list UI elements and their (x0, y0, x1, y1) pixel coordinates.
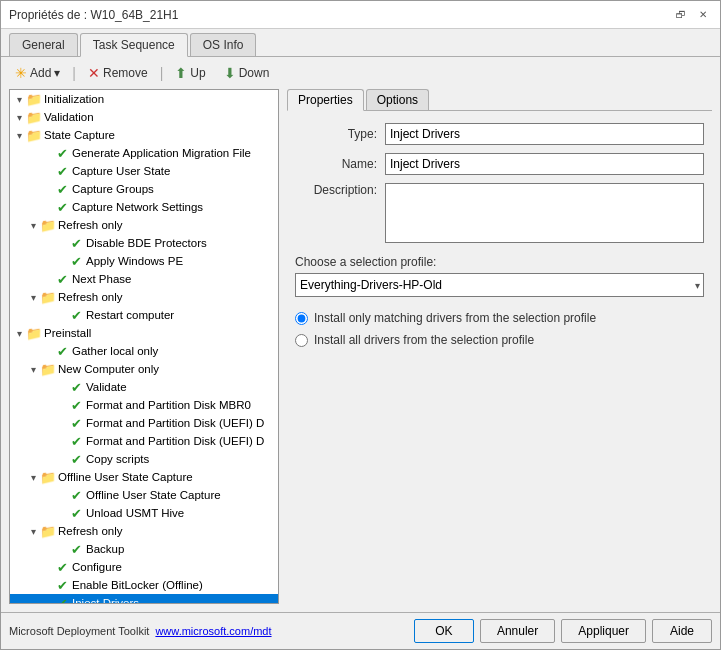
help-button[interactable]: Aide (652, 619, 712, 643)
check-icon-configure: ✔ (54, 559, 70, 575)
tree-label-configure: Configure (72, 561, 122, 573)
tree-expand-refresh-only-1[interactable]: ▾ (26, 220, 40, 231)
tree-label-state-capture: State Capture (44, 129, 115, 141)
radio-matching-drivers[interactable] (295, 312, 308, 325)
tree-item-configure[interactable]: ✔Configure (10, 558, 278, 576)
add-dropdown-icon: ▾ (54, 66, 60, 80)
tree-label-unload-usmt: Unload USMT Hive (86, 507, 184, 519)
tab-properties[interactable]: Properties (287, 89, 364, 111)
tree-item-gen-app[interactable]: ✔Generate Application Migration File (10, 144, 278, 162)
tree-item-format-uefi-1[interactable]: ✔Format and Partition Disk (UEFI) D (10, 414, 278, 432)
separator-2: | (160, 65, 164, 81)
tree-expand-refresh-only-3[interactable]: ▾ (26, 526, 40, 537)
tree-item-state-capture[interactable]: ▾📁State Capture (10, 126, 278, 144)
tree-item-unload-usmt[interactable]: ✔Unload USMT Hive (10, 504, 278, 522)
tree-item-disable-bde[interactable]: ✔Disable BDE Protectors (10, 234, 278, 252)
mdt-link[interactable]: www.microsoft.com/mdt (155, 625, 271, 637)
tree-expand-offline-usc[interactable]: ▾ (26, 472, 40, 483)
check-icon-capture-groups: ✔ (54, 181, 70, 197)
tab-task-sequence[interactable]: Task Sequence (80, 33, 188, 57)
tree-item-preinstall[interactable]: ▾📁Preinstall (10, 324, 278, 342)
tree-item-capture-network[interactable]: ✔Capture Network Settings (10, 198, 278, 216)
up-icon: ⬆ (175, 65, 187, 81)
down-button[interactable]: ⬇ Down (218, 63, 276, 83)
radio-all-drivers[interactable] (295, 334, 308, 347)
tree-label-copy-scripts: Copy scripts (86, 453, 149, 465)
tree-container: ▾📁Initialization▾📁Validation▾📁State Capt… (10, 90, 278, 604)
folder-icon-new-computer: 📁 (40, 361, 56, 377)
tree-item-format-mbr[interactable]: ✔Format and Partition Disk MBR0 (10, 396, 278, 414)
down-label: Down (239, 66, 270, 80)
tree-item-refresh-only-1[interactable]: ▾📁Refresh only (10, 216, 278, 234)
tree-label-initialization: Initialization (44, 93, 104, 105)
tree-item-new-computer[interactable]: ▾📁New Computer only (10, 360, 278, 378)
radio-matching-label: Install only matching drivers from the s… (314, 311, 596, 325)
tree-panel[interactable]: ▾📁Initialization▾📁Validation▾📁State Capt… (9, 89, 279, 604)
folder-icon-refresh-only-2: 📁 (40, 289, 56, 305)
tree-item-restart-computer[interactable]: ✔Restart computer (10, 306, 278, 324)
name-input[interactable] (385, 153, 704, 175)
tree-item-next-phase[interactable]: ✔Next Phase (10, 270, 278, 288)
tree-expand-new-computer[interactable]: ▾ (26, 364, 40, 375)
title-bar: Propriétés de : W10_64B_21H1 🗗 ✕ (1, 1, 720, 29)
tree-item-offline-usc[interactable]: ▾📁Offline User State Capture (10, 468, 278, 486)
tree-expand-refresh-only-2[interactable]: ▾ (26, 292, 40, 303)
tree-label-inject-drivers: Inject Drivers (72, 597, 139, 604)
maximize-button[interactable]: 🗗 (672, 6, 690, 24)
name-row: Name: (295, 153, 704, 175)
content-area: ✳ Add ▾ | ✕ Remove | ⬆ Up ⬇ Down (1, 57, 720, 649)
tree-label-restart-computer: Restart computer (86, 309, 174, 321)
tree-item-format-uefi-2[interactable]: ✔Format and Partition Disk (UEFI) D (10, 432, 278, 450)
tree-label-capture-groups: Capture Groups (72, 183, 154, 195)
up-button[interactable]: ⬆ Up (169, 63, 211, 83)
tab-general[interactable]: General (9, 33, 78, 56)
tree-label-new-computer: New Computer only (58, 363, 159, 375)
selection-profile-select[interactable]: Everything-Drivers-HP-Old (295, 273, 704, 297)
tree-expand-preinstall[interactable]: ▾ (12, 328, 26, 339)
tree-label-refresh-only-1: Refresh only (58, 219, 123, 231)
remove-label: Remove (103, 66, 148, 80)
tree-item-initialization[interactable]: ▾📁Initialization (10, 90, 278, 108)
tree-item-refresh-only-2[interactable]: ▾📁Refresh only (10, 288, 278, 306)
tree-item-copy-scripts[interactable]: ✔Copy scripts (10, 450, 278, 468)
check-icon-format-uefi-2: ✔ (68, 433, 84, 449)
tab-options[interactable]: Options (366, 89, 429, 110)
tree-item-validation[interactable]: ▾📁Validation (10, 108, 278, 126)
up-label: Up (190, 66, 205, 80)
tree-item-validate[interactable]: ✔Validate (10, 378, 278, 396)
check-icon-enable-bitlocker: ✔ (54, 577, 70, 593)
cancel-button[interactable]: Annuler (480, 619, 555, 643)
tree-item-capture-groups[interactable]: ✔Capture Groups (10, 180, 278, 198)
tree-item-refresh-only-3[interactable]: ▾📁Refresh only (10, 522, 278, 540)
check-icon-offline-user-state: ✔ (68, 487, 84, 503)
folder-icon-initialization: 📁 (26, 91, 42, 107)
tree-label-validate: Validate (86, 381, 127, 393)
tree-item-enable-bitlocker[interactable]: ✔Enable BitLocker (Offline) (10, 576, 278, 594)
ok-button[interactable]: OK (414, 619, 474, 643)
check-icon-validate: ✔ (68, 379, 84, 395)
tree-item-backup[interactable]: ✔Backup (10, 540, 278, 558)
tree-item-apply-win-pe[interactable]: ✔Apply Windows PE (10, 252, 278, 270)
tree-item-gather-local[interactable]: ✔Gather local only (10, 342, 278, 360)
window-title: Propriétés de : W10_64B_21H1 (9, 8, 178, 22)
folder-icon-validation: 📁 (26, 109, 42, 125)
apply-button[interactable]: Appliquer (561, 619, 646, 643)
tree-expand-validation[interactable]: ▾ (12, 112, 26, 123)
tree-item-offline-user-state[interactable]: ✔Offline User State Capture (10, 486, 278, 504)
add-button[interactable]: ✳ Add ▾ (9, 63, 66, 83)
tab-os-info[interactable]: OS Info (190, 33, 257, 56)
tree-item-capture-user[interactable]: ✔Capture User State (10, 162, 278, 180)
check-icon-gen-app: ✔ (54, 145, 70, 161)
close-button[interactable]: ✕ (694, 6, 712, 24)
check-icon-capture-network: ✔ (54, 199, 70, 215)
description-textarea[interactable] (385, 183, 704, 243)
tree-item-inject-drivers[interactable]: ✔Inject Drivers (10, 594, 278, 604)
remove-button[interactable]: ✕ Remove (82, 63, 154, 83)
check-icon-copy-scripts: ✔ (68, 451, 84, 467)
check-icon-unload-usmt: ✔ (68, 505, 84, 521)
add-icon: ✳ (15, 65, 27, 81)
type-input[interactable] (385, 123, 704, 145)
tree-expand-state-capture[interactable]: ▾ (12, 130, 26, 141)
down-icon: ⬇ (224, 65, 236, 81)
tree-expand-initialization[interactable]: ▾ (12, 94, 26, 105)
